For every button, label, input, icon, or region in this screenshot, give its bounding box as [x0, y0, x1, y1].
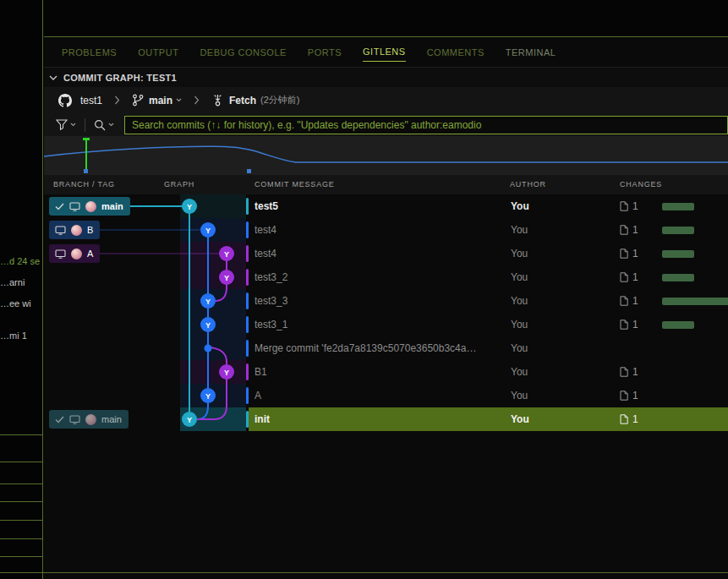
tab-terminal[interactable]: TERMINAL — [506, 44, 556, 62]
empty-table-area — [44, 431, 728, 579]
tab-output[interactable]: OUTPUT — [138, 44, 178, 62]
branch-name: main — [101, 201, 123, 211]
tab-gitlens[interactable]: GITLENS — [363, 43, 406, 62]
changes-bar — [662, 321, 694, 329]
file-icon — [620, 249, 628, 259]
tab-problems[interactable]: PROBLEMS — [62, 44, 117, 62]
commit-author: You — [511, 413, 529, 425]
minimap-selection-dot — [247, 169, 251, 173]
commit-author: You — [511, 224, 528, 236]
commit-author: You — [511, 200, 529, 212]
filter-icon — [56, 119, 68, 130]
branch-label-main-faded[interactable]: main — [49, 410, 129, 429]
fetch-icon — [211, 94, 224, 107]
col-author[interactable]: AUTHOR — [510, 180, 546, 188]
svg-text:Y: Y — [187, 203, 192, 211]
commit-table: test5 You 1 test4 You 1 test4 You 1 — [44, 194, 728, 431]
worktree-icon — [69, 202, 80, 211]
file-icon — [620, 272, 628, 282]
search-mode-button[interactable] — [94, 119, 114, 131]
branch-label-b[interactable]: B — [49, 221, 100, 239]
chevron-down-icon[interactable] — [176, 98, 182, 102]
commit-message: test5 — [255, 200, 278, 212]
commit-message: test3_2 — [255, 271, 287, 283]
tab-ports[interactable]: PORTS — [308, 44, 342, 62]
search-icon — [94, 119, 106, 131]
svg-text:Y: Y — [205, 227, 211, 235]
git-branch-icon — [132, 94, 144, 107]
chevron-down-icon — [70, 123, 76, 127]
file-icon — [620, 201, 628, 211]
check-icon — [55, 203, 64, 210]
branch-selector[interactable]: main — [149, 95, 172, 107]
file-icon — [620, 320, 628, 330]
commit-author: You — [511, 295, 528, 307]
commit-author: You — [511, 366, 528, 378]
commit-message: B1 — [255, 366, 267, 378]
svg-text:Y: Y — [187, 416, 192, 424]
fetch-timestamp: (2分钟前) — [260, 94, 299, 107]
chevron-down-icon — [108, 123, 114, 127]
commit-author: You — [511, 390, 528, 401]
commit-message: Merge commit 'fe2da7a8139c5070e3650b3c4a… — [255, 342, 476, 354]
avatar — [85, 414, 96, 425]
branch-name: main — [101, 414, 122, 424]
divider — [0, 556, 43, 557]
strip-text-line: ee wi… — [0, 298, 41, 309]
svg-text:Y: Y — [224, 369, 229, 377]
strip-text-line: 1 mi… — [0, 330, 41, 341]
panel-tab-bar: PROBLEMS OUTPUT DEBUG CONSOLE PORTS GITL… — [44, 38, 728, 67]
avatar — [71, 249, 82, 259]
changes-cell: 1 — [620, 295, 638, 307]
branch-label-a[interactable]: A — [49, 244, 100, 263]
commit-message: test4 — [255, 224, 276, 236]
check-icon — [55, 416, 64, 423]
changes-cell: 1 — [620, 224, 638, 236]
editor-area — [44, 0, 728, 37]
graph-toolbar: test1 main — [44, 87, 728, 113]
graph-minimap[interactable] — [44, 136, 728, 175]
branch-label-main[interactable]: main — [49, 197, 130, 216]
divider — [0, 434, 43, 435]
changes-bar — [662, 250, 694, 258]
changes-cell: 1 — [620, 248, 638, 259]
fetch-button[interactable]: Fetch — [229, 95, 256, 107]
repo-name[interactable]: test1 — [80, 95, 102, 107]
minimap-marker-line — [85, 138, 87, 172]
avatar — [71, 225, 82, 236]
changes-bar — [662, 227, 694, 234]
vscode-window: d 24 se… arni… ee wi… 1 mi… PROBLEMS OUT… — [0, 0, 728, 579]
col-changes[interactable]: CHANGES — [620, 180, 662, 188]
commit-author: You — [511, 319, 528, 330]
merge-commit-dot — [205, 345, 212, 352]
worktree-icon — [55, 226, 66, 235]
filter-button[interactable] — [56, 119, 76, 130]
divider — [0, 520, 43, 521]
table-header: BRANCH / TAG GRAPH COMMIT MESSAGE AUTHOR… — [44, 175, 728, 194]
commit-graph-header[interactable]: COMMIT GRAPH: TEST1 — [44, 67, 728, 87]
branch-name: B — [87, 225, 93, 235]
changes-cell: 1 — [620, 413, 638, 425]
divider — [85, 118, 85, 132]
col-branch-tag[interactable]: BRANCH / TAG — [53, 180, 115, 188]
left-panel-sliver: d 24 se… arni… ee wi… 1 mi… — [0, 0, 43, 579]
divider — [0, 462, 43, 462]
bottom-panel: PROBLEMS OUTPUT DEBUG CONSOLE PORTS GITL… — [44, 0, 728, 579]
search-input[interactable] — [124, 116, 728, 134]
file-icon — [620, 225, 628, 235]
commit-message: test3_3 — [255, 295, 287, 307]
commit-message: A — [255, 390, 261, 401]
col-commit-message[interactable]: COMMIT MESSAGE — [255, 180, 335, 188]
commit-author: You — [511, 342, 528, 354]
tab-comments[interactable]: COMMENTS — [427, 44, 484, 62]
file-icon — [620, 296, 628, 306]
changes-cell: 1 — [620, 200, 638, 212]
svg-text:Y: Y — [205, 321, 211, 330]
col-graph[interactable]: GRAPH — [164, 180, 194, 188]
tab-debug-console[interactable]: DEBUG CONSOLE — [200, 44, 286, 62]
file-icon — [620, 367, 628, 377]
changes-cell: 1 — [620, 390, 638, 401]
github-icon — [58, 94, 72, 107]
activity-curve — [44, 146, 728, 162]
branch-name: A — [87, 249, 93, 259]
